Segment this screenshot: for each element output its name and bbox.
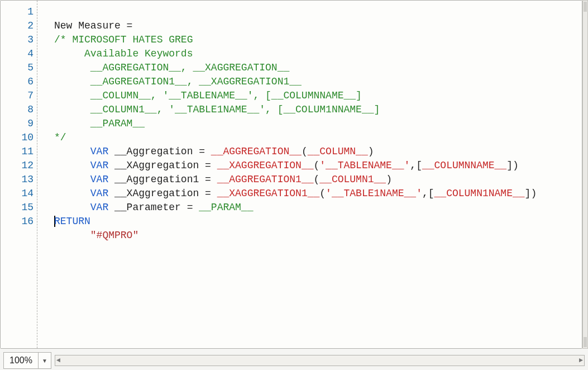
code-comment: */ bbox=[54, 132, 66, 143]
zoom-value: 100% bbox=[4, 353, 39, 368]
code-text: ,[ bbox=[422, 188, 434, 199]
code-comment: /* MICROSOFT HATES GREG bbox=[54, 34, 193, 45]
placeholder-col: __COLUMN__ bbox=[308, 146, 368, 157]
code-text: __XAggregation = bbox=[108, 160, 217, 171]
line-number-gutter: 1 2 3 4 5 6 7 8 9 10 11 12 13 14 15 16 bbox=[1, 1, 37, 348]
zoom-control[interactable]: 100% ▼ bbox=[3, 352, 51, 369]
code-line: __COLUMN__, '__TABLENAME__', [__COLUMNNA… bbox=[54, 90, 362, 101]
placeholder-param: __PARAM__ bbox=[199, 202, 253, 213]
keyword-var: VAR bbox=[90, 146, 108, 157]
keyword-var: VAR bbox=[90, 174, 108, 185]
placeholder-col: __COLUMN1__ bbox=[319, 174, 386, 185]
code-text: __Aggregation1 = bbox=[108, 174, 217, 185]
keyword-var: VAR bbox=[90, 202, 108, 213]
scroll-arrow-up-icon[interactable] bbox=[584, 2, 587, 12]
code-line: __AGGREGATION1__, __XAGGREGATION1__ bbox=[54, 76, 302, 87]
code-line: New Measure = bbox=[54, 20, 138, 31]
code-text: ( bbox=[313, 160, 319, 171]
code-comment: __AGGREGATION__, __XAGGREGATION__ bbox=[54, 62, 289, 73]
code-indent bbox=[54, 146, 90, 157]
code-text: __XAggregation = bbox=[108, 188, 217, 199]
zoom-dropdown-button[interactable]: ▼ bbox=[39, 353, 51, 368]
vertical-scrollbar[interactable] bbox=[582, 0, 588, 349]
code-text: ) bbox=[386, 174, 392, 185]
code-text: ( bbox=[302, 146, 308, 157]
code-line: __COLUMN1__, '__TABLE1NAME__', [__COLUM1… bbox=[54, 104, 380, 115]
code-text: ]) bbox=[525, 188, 537, 199]
code-editor[interactable]: 1 2 3 4 5 6 7 8 9 10 11 12 13 14 15 16 N… bbox=[0, 0, 582, 349]
code-comment: Available Keywords bbox=[54, 48, 193, 59]
code-text: ) bbox=[368, 146, 374, 157]
code-line: __AGGREGATION__, __XAGGREGATION__ bbox=[54, 62, 289, 73]
code-line: "#QMPRO" bbox=[54, 230, 138, 241]
scroll-arrow-left-icon[interactable]: ◄ bbox=[56, 357, 60, 364]
placeholder-func: __AGGREGATION__ bbox=[211, 146, 302, 157]
code-line: __PARAM__ bbox=[54, 118, 145, 129]
placeholder-func: __XAGGREGATION__ bbox=[217, 160, 314, 171]
code-indent bbox=[54, 188, 90, 199]
scroll-arrow-right-icon[interactable]: ► bbox=[579, 357, 583, 364]
code-text: ( bbox=[313, 174, 319, 185]
code-text: __Aggregation = bbox=[108, 146, 211, 157]
code-comment: __PARAM__ bbox=[54, 118, 145, 129]
code-line: */ bbox=[54, 132, 66, 143]
scroll-arrow-down-icon[interactable] bbox=[584, 337, 587, 347]
code-line: /* MICROSOFT HATES GREG bbox=[54, 34, 193, 45]
keyword-var: VAR bbox=[90, 160, 108, 171]
code-text: ( bbox=[319, 188, 326, 199]
placeholder-func: __AGGREGATION1__ bbox=[217, 174, 314, 185]
code-indent bbox=[54, 202, 90, 213]
string-literal: "#QMPRO" bbox=[90, 230, 138, 241]
code-line: RETURN bbox=[54, 216, 90, 227]
code-line: VAR __XAggregation = __XAGGREGATION__('_… bbox=[54, 160, 519, 171]
code-text: ,[ bbox=[410, 160, 422, 171]
code-comment: __COLUMN1__, '__TABLE1NAME__', [__COLUM1… bbox=[54, 104, 380, 115]
code-text: ]) bbox=[506, 160, 519, 171]
code-comment: __AGGREGATION1__, __XAGGREGATION1__ bbox=[54, 76, 302, 87]
code-line: Available Keywords bbox=[54, 48, 193, 59]
code-line: VAR __Parameter = __PARAM__ bbox=[54, 202, 253, 213]
code-area[interactable]: New Measure = /* MICROSOFT HATES GREG Av… bbox=[37, 1, 582, 348]
code-line: VAR __Aggregation = __AGGREGATION__(__CO… bbox=[54, 146, 374, 157]
status-bar: 100% ▼ ◄ ► bbox=[0, 349, 588, 370]
code-indent bbox=[54, 160, 90, 171]
code-indent bbox=[54, 174, 90, 185]
code-line: VAR __XAggregation = __XAGGREGATION1__('… bbox=[54, 188, 537, 199]
keyword-return: RETURN bbox=[54, 216, 90, 227]
code-text: New Measure = bbox=[54, 20, 138, 31]
code-text: __Parameter = bbox=[108, 202, 199, 213]
code-line: VAR __Aggregation1 = __AGGREGATION1__(__… bbox=[54, 174, 392, 185]
code-indent bbox=[54, 230, 90, 241]
placeholder-col: __COLUMN1NAME__ bbox=[434, 188, 525, 199]
keyword-var: VAR bbox=[90, 188, 108, 199]
placeholder-func: __XAGGREGATION1__ bbox=[217, 188, 320, 199]
code-comment: __COLUMN__, '__TABLENAME__', [__COLUMNNA… bbox=[54, 90, 362, 101]
horizontal-scrollbar[interactable]: ◄ ► bbox=[55, 355, 585, 366]
placeholder-table: '__TABLENAME__' bbox=[319, 160, 410, 171]
placeholder-table: '__TABLE1NAME__' bbox=[326, 188, 422, 199]
placeholder-col: __COLUMNNAME__ bbox=[422, 160, 506, 171]
chevron-down-icon: ▼ bbox=[42, 358, 47, 364]
